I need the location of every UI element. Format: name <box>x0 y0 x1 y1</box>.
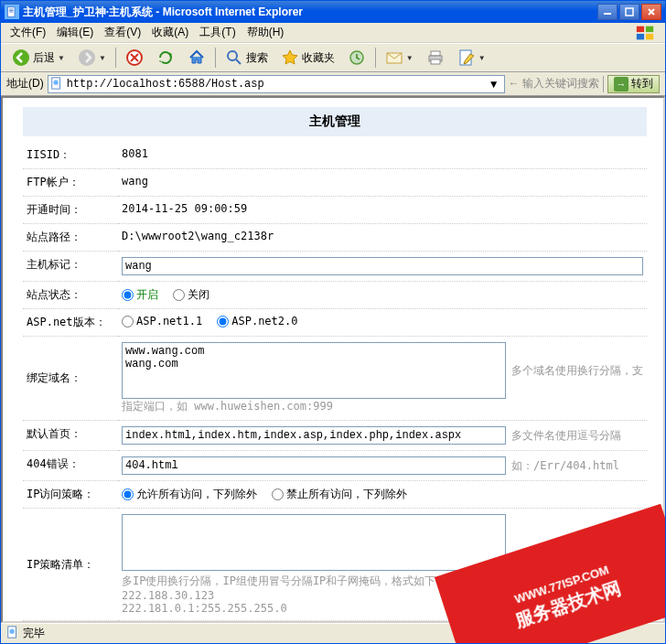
toolbar: 后退 ▼ ▼ <box>1 43 665 72</box>
edit-button[interactable]: ▼ <box>452 46 491 70</box>
index-hint-right: 多文件名使用逗号分隔 <box>506 428 621 444</box>
sitepath-value: D:\wwwroot2\wang_c2138r <box>118 224 647 252</box>
menu-help[interactable]: 帮助(H) <box>242 23 290 42</box>
minimize-button[interactable] <box>597 4 618 20</box>
home-button[interactable] <box>182 46 211 70</box>
page-title: 主机管理 <box>23 107 647 136</box>
dropdown-icon: ▼ <box>99 54 106 62</box>
index-label: 默认首页： <box>23 421 118 451</box>
back-icon <box>12 48 30 67</box>
dropdown-icon: ▼ <box>406 54 414 62</box>
iplist-hint2: 222.188.30.123 <box>122 589 643 602</box>
menu-edit[interactable]: 编辑(E) <box>51 23 99 42</box>
domain-hint-right: 多个域名使用换行分隔，支 <box>506 363 643 379</box>
opentime-value: 2014-11-25 09:00:59 <box>118 197 647 224</box>
menubar: 文件(F) 编辑(E) 查看(V) 收藏(A) 工具(T) 帮助(H) <box>1 23 665 43</box>
statusbar: 完毕 <box>1 623 665 643</box>
maximize-button[interactable] <box>619 4 639 20</box>
search-icon <box>225 48 243 67</box>
svg-point-19 <box>10 629 15 634</box>
domain-label: 绑定域名： <box>23 337 118 421</box>
status-page-icon <box>6 626 19 641</box>
close-button[interactable] <box>641 4 661 20</box>
forward-icon <box>78 48 96 67</box>
sitepath-label: 站点路径： <box>23 224 118 252</box>
menu-tools[interactable]: 工具(T) <box>194 23 241 42</box>
hostid-label: 主机标记： <box>23 252 118 282</box>
menu-file[interactable]: 文件(F) <box>5 23 51 42</box>
iplist-textarea[interactable] <box>122 514 506 571</box>
print-icon <box>426 48 445 67</box>
menu-favorites[interactable]: 收藏(A) <box>146 23 194 42</box>
index-input[interactable] <box>122 426 506 445</box>
go-button[interactable]: → 转到 <box>607 75 660 93</box>
stop-button[interactable] <box>120 46 149 70</box>
ie-page-icon <box>5 5 19 19</box>
ie-logo-icon <box>628 24 661 42</box>
svg-point-7 <box>79 49 95 66</box>
dropdown-icon: ▼ <box>478 54 486 62</box>
svg-rect-12 <box>431 51 440 56</box>
svg-rect-5 <box>646 33 653 38</box>
search-label: 搜索 <box>246 50 268 66</box>
addressbar: 地址(D) ▼ ← 输入关键词搜索 → 转到 <box>1 72 665 96</box>
err404-input[interactable] <box>122 456 506 475</box>
iisid-label: IISID： <box>23 142 118 169</box>
opentime-label: 开通时间： <box>23 197 118 224</box>
mail-button[interactable]: ▼ <box>380 46 419 70</box>
domain-hint: 指定端口，如 www.huweishen.com:999 <box>122 399 643 414</box>
svg-rect-2 <box>637 26 644 31</box>
svg-rect-4 <box>637 33 644 38</box>
refresh-icon <box>156 48 175 67</box>
iplist-label: IP策略清单： <box>23 509 118 621</box>
history-icon <box>348 48 366 67</box>
address-input-wrap: ▼ <box>48 75 505 93</box>
svg-rect-1 <box>626 8 633 16</box>
svg-point-9 <box>228 51 237 60</box>
svg-rect-14 <box>431 59 440 64</box>
svg-point-17 <box>53 80 58 84</box>
address-dropdown-icon[interactable]: ▼ <box>486 78 502 91</box>
aspnet20-radio[interactable]: ASP.net2.0 <box>217 315 297 327</box>
menu-view[interactable]: 查看(V) <box>99 23 146 42</box>
aspnet-label: ASP.net版本： <box>23 309 118 337</box>
address-input[interactable] <box>67 78 486 91</box>
home-icon <box>188 48 206 67</box>
sitestatus-open-radio[interactable]: 开启 <box>122 287 158 303</box>
status-text: 完毕 <box>23 626 660 641</box>
forward-button[interactable]: ▼ <box>72 46 112 70</box>
go-label: 转到 <box>631 76 653 91</box>
svg-rect-3 <box>646 26 653 31</box>
mail-icon <box>385 48 403 67</box>
iisid-value: 8081 <box>118 142 647 169</box>
svg-point-6 <box>13 49 29 66</box>
ippolicy-allow-radio[interactable]: 允许所有访问，下列除外 <box>122 487 257 502</box>
domain-textarea[interactable]: www.wang.com wang.com <box>122 342 506 399</box>
search-button[interactable]: 搜索 <box>220 46 274 70</box>
aspnet11-radio[interactable]: ASP.net1.1 <box>122 315 202 327</box>
back-button[interactable]: 后退 ▼ <box>6 46 70 70</box>
hostid-input[interactable] <box>122 257 643 275</box>
stop-icon <box>125 48 144 67</box>
iplist-hint1: 多IP使用换行分隔，IP组使用冒号分隔IP和子网掩码，格式如下： <box>122 574 643 589</box>
address-label: 地址(D) <box>6 76 44 91</box>
sitestatus-close-radio[interactable]: 关闭 <box>173 287 209 303</box>
favorites-button[interactable]: 收藏夹 <box>275 46 340 70</box>
content-area: 主机管理 IISID： 8081 FTP帐户： wang 开通时间： 2014-… <box>1 96 665 623</box>
iplist-hint3: 222.181.0.1:255.255.255.0 <box>122 602 643 615</box>
page-icon <box>50 77 65 91</box>
search-hint: ← 输入关键词搜索 <box>509 76 599 91</box>
edit-icon <box>457 48 476 67</box>
ippolicy-label: IP访问策略： <box>23 481 118 509</box>
ftp-value: wang <box>118 169 647 197</box>
refresh-button[interactable] <box>151 46 180 70</box>
err404-label: 404错误： <box>23 451 118 481</box>
ippolicy-deny-radio[interactable]: 禁止所有访问，下列除外 <box>272 487 407 502</box>
print-button[interactable] <box>421 46 450 70</box>
form-table: IISID： 8081 FTP帐户： wang 开通时间： 2014-11-25… <box>23 142 647 621</box>
ftp-label: FTP帐户： <box>23 169 118 197</box>
history-button[interactable] <box>342 46 371 70</box>
go-icon: → <box>614 77 628 91</box>
back-label: 后退 <box>33 50 55 66</box>
window-title: 主机管理_护卫神·主机系统 - Microsoft Internet Explo… <box>23 5 597 20</box>
